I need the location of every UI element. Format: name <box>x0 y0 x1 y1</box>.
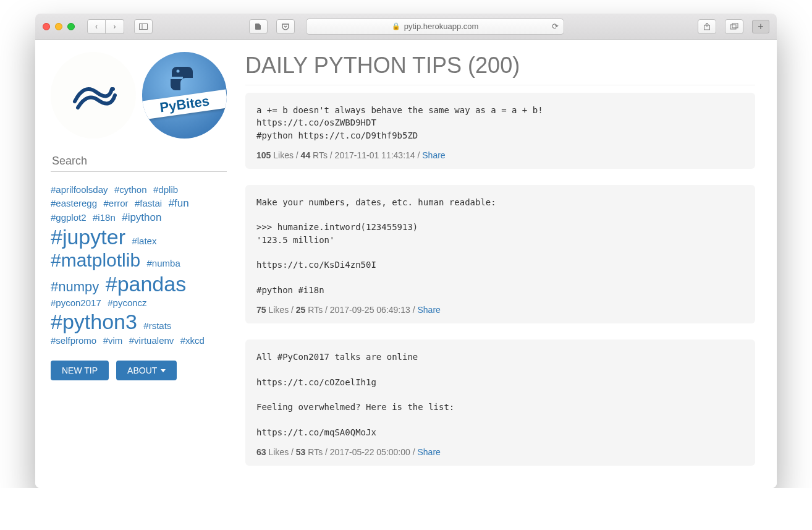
chevron-down-icon <box>161 369 166 372</box>
tip-card: Make your numbers, dates, etc. human rea… <box>245 185 755 323</box>
tip-card: All #PyCon2017 talks are online https://… <box>245 340 755 466</box>
new-tip-button[interactable]: NEW TIP <box>51 361 109 380</box>
tabs-overview-button[interactable] <box>725 19 743 34</box>
tag-link[interactable]: #matplotlib <box>51 251 140 270</box>
rts-count: 25 <box>296 305 306 315</box>
tag-link[interactable]: #xkcd <box>180 336 205 345</box>
tag-link[interactable]: #pandas <box>106 273 186 294</box>
tag-link[interactable]: #dplib <box>153 185 178 194</box>
search-input[interactable] <box>51 151 227 172</box>
svg-rect-3 <box>730 25 736 29</box>
timestamp: 2017-11-01 11:43:14 <box>335 150 415 160</box>
svg-rect-4 <box>732 24 738 28</box>
browser-toolbar: ‹ › 🔒 pytip.herokuapp.com ⟳ + <box>35 14 777 40</box>
tag-cloud: #aprilfoolsday #cython #dplib #easteregg… <box>51 183 227 347</box>
tip-card: a += b doesn't always behave the same wa… <box>245 93 755 169</box>
likes-count: 105 <box>256 150 271 160</box>
tag-link[interactable]: #aprilfoolsday <box>51 185 108 194</box>
svg-rect-0 <box>140 24 148 29</box>
tip-body: All #PyCon2017 talks are online https://… <box>256 351 744 438</box>
minimize-window-button[interactable] <box>55 23 62 30</box>
tag-link[interactable]: #pyconcz <box>108 298 146 307</box>
likes-count: 75 <box>256 305 266 315</box>
pocket-extension-icon[interactable] <box>276 19 295 34</box>
evernote-extension-icon[interactable] <box>249 19 268 34</box>
about-dropdown-button[interactable]: ABOUT <box>116 361 177 380</box>
tip-body: a += b doesn't always behave the same wa… <box>256 104 744 142</box>
pybites-logo[interactable]: PyBites <box>142 52 227 139</box>
timestamp: 2017-09-25 06:49:13 <box>330 305 410 315</box>
tag-link[interactable]: #ggplot2 <box>51 213 87 222</box>
new-tab-button[interactable]: + <box>752 20 769 33</box>
rts-count: 44 <box>301 150 311 160</box>
svg-point-6 <box>177 70 180 73</box>
tag-link[interactable]: #fastai <box>135 199 162 208</box>
tag-link[interactable]: #jupyter <box>51 226 125 247</box>
url-text: pytip.herokuapp.com <box>404 22 479 31</box>
logos: PyBites <box>51 49 227 151</box>
tag-link[interactable]: #ipython <box>122 212 161 223</box>
page-title: DAILY PYTHON TIPS (200) <box>245 53 755 85</box>
tag-link[interactable]: #cython <box>114 185 147 194</box>
tag-link[interactable]: #error <box>104 199 129 208</box>
timestamp: 2017-05-22 05:00:00 <box>330 447 410 457</box>
tip-body: Make your numbers, dates, etc. human rea… <box>256 196 744 296</box>
address-bar[interactable]: 🔒 pytip.herokuapp.com ⟳ <box>306 19 564 35</box>
likes-count: 63 <box>256 447 266 457</box>
tag-link[interactable]: #numba <box>147 259 180 268</box>
about-label: ABOUT <box>127 365 157 375</box>
tag-link[interactable]: #python3 <box>51 311 137 332</box>
main-content: DAILY PYTHON TIPS (200) a += b doesn't a… <box>236 49 764 482</box>
tag-link[interactable]: #pycon2017 <box>51 298 101 307</box>
tag-link[interactable]: #numpy <box>51 280 99 294</box>
nav-buttons: ‹ › <box>87 19 124 34</box>
reload-button[interactable]: ⟳ <box>552 22 559 31</box>
tag-link[interactable]: #easteregg <box>51 199 97 208</box>
sidebar-toggle-button[interactable] <box>134 19 153 34</box>
share-link[interactable]: Share <box>418 447 441 457</box>
tag-link[interactable]: #selfpromo <box>51 336 96 345</box>
tag-link[interactable]: #i18n <box>93 213 116 222</box>
tip-meta: 75 Likes / 25 RTs / 2017-09-25 06:49:13 … <box>256 305 744 315</box>
safari-window: ‹ › 🔒 pytip.herokuapp.com ⟳ + <box>35 14 777 488</box>
tag-link[interactable]: #fun <box>169 198 189 208</box>
tip-meta: 105 Likes / 44 RTs / 2017-11-01 11:43:14… <box>256 150 744 160</box>
close-window-button[interactable] <box>43 23 50 30</box>
rts-count: 53 <box>296 447 306 457</box>
tip-meta: 63 Likes / 53 RTs / 2017-05-22 05:00:00 … <box>256 447 744 457</box>
zoom-window-button[interactable] <box>67 23 75 30</box>
page-content: PyBites #aprilfoolsday #cython #dplib #e… <box>35 40 777 488</box>
lock-icon: 🔒 <box>392 22 400 30</box>
share-button[interactable] <box>698 19 716 34</box>
share-link[interactable]: Share <box>418 305 441 315</box>
tag-link[interactable]: #latex <box>132 236 156 246</box>
back-button[interactable]: ‹ <box>87 19 106 34</box>
tips-list: a += b doesn't always behave the same wa… <box>245 93 755 466</box>
sidebar: PyBites #aprilfoolsday #cython #dplib #e… <box>41 49 236 482</box>
tag-link[interactable]: #vim <box>103 336 123 345</box>
window-controls <box>43 23 75 30</box>
python-tips-logo[interactable] <box>51 52 136 139</box>
svg-point-5 <box>111 87 115 91</box>
tag-link[interactable]: #virtualenv <box>129 336 174 345</box>
tag-link[interactable]: #rstats <box>143 321 171 330</box>
share-link[interactable]: Share <box>422 150 445 160</box>
new-tip-label: NEW TIP <box>62 365 98 375</box>
forward-button[interactable]: › <box>106 19 124 34</box>
